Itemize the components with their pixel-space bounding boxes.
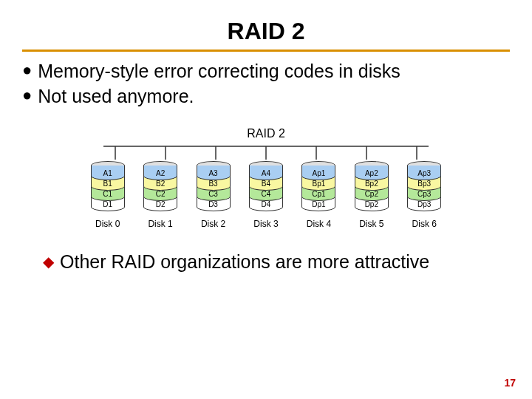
data-block-label: B4 — [262, 180, 270, 188]
data-block-label: D3 — [208, 200, 218, 208]
data-block-label: Ap2 — [365, 169, 378, 177]
data-block-label: D4 — [262, 200, 271, 208]
bullet-text: Not used anymore. — [38, 84, 194, 109]
disk-cylinder-icon: A3B3C3D3 — [197, 161, 231, 211]
data-block-label: A3 — [208, 169, 217, 177]
data-block-label: Bp1 — [312, 180, 325, 188]
bullet-text: Memory-style error correcting codes in d… — [38, 59, 400, 84]
disk-column: Ap2Bp2Cp2Dp2Disk 5 — [349, 161, 394, 229]
bullet-icon: ● — [22, 84, 32, 106]
data-block-label: Cp1 — [312, 190, 325, 198]
data-block-label: C1 — [103, 190, 112, 198]
data-block-label: Dp1 — [312, 200, 325, 208]
data-block: Ap3 — [407, 166, 441, 180]
sub-bullet-text: Other RAID organizations are more attrac… — [60, 251, 429, 273]
data-block-label: Bp3 — [417, 180, 431, 188]
data-block-label: D2 — [156, 200, 166, 208]
data-block-label: Cp3 — [417, 190, 431, 198]
disk-label: Disk 2 — [201, 219, 225, 229]
bullet-icon: ● — [22, 59, 32, 81]
disk-label: Disk 1 — [148, 219, 172, 229]
disk-label: Disk 5 — [359, 219, 383, 229]
disk-column: Ap1Bp1Cp1Dp1Disk 4 — [296, 161, 341, 229]
disk-cylinder-icon: A4B4C4D4 — [249, 161, 283, 211]
data-block-label: Bp2 — [365, 180, 378, 188]
diamond-icon: ◆ — [43, 251, 54, 272]
disk-cylinder-icon: Ap1Bp1Cp1Dp1 — [301, 161, 335, 211]
disk-column: A3B3C3D3Disk 2 — [191, 161, 236, 229]
data-block: A3 — [197, 166, 231, 180]
disk-cylinder-icon: A1B1C1D1 — [91, 161, 125, 211]
disk-column: A2B2C2D2Disk 1 — [138, 161, 183, 229]
data-block-label: C4 — [262, 190, 271, 198]
data-block: A4 — [249, 166, 283, 180]
bullet-list: ● Memory-style error correcting codes in… — [22, 59, 510, 109]
bus-connector-icon — [89, 142, 443, 161]
disk-column: A1B1C1D1Disk 0 — [86, 161, 130, 229]
disk-cylinder-icon: Ap2Bp2Cp2Dp2 — [355, 161, 389, 211]
disk-label: Disk 3 — [253, 219, 278, 229]
sub-bullet-item: ◆ Other RAID organizations are more attr… — [43, 251, 510, 273]
data-block-label: A4 — [262, 169, 270, 177]
data-block: Ap1 — [301, 166, 335, 180]
sub-bullet-list: ◆ Other RAID organizations are more attr… — [22, 251, 510, 273]
slide-title: RAID 2 — [22, 18, 510, 45]
data-block: A2 — [143, 166, 177, 180]
disk-column: A4B4C4D4Disk 3 — [244, 161, 288, 229]
data-block-label: A1 — [103, 169, 112, 177]
diagram-title: RAID 2 — [81, 127, 451, 140]
slide: RAID 2 ● Memory-style error correcting c… — [0, 0, 532, 399]
data-block: Ap2 — [355, 166, 389, 180]
data-block-label: C2 — [156, 190, 166, 198]
disk-cylinder-icon: Ap3Bp3Cp3Dp3 — [407, 161, 441, 211]
data-block-label: C3 — [208, 190, 218, 198]
disk-cylinder-icon: A2B2C2D2 — [143, 161, 177, 211]
data-block-label: Ap1 — [312, 169, 325, 177]
data-block-label: Ap3 — [417, 169, 431, 177]
data-block-label: D1 — [103, 200, 112, 208]
data-block-label: A2 — [156, 169, 165, 177]
disk-label: Disk 6 — [412, 219, 437, 229]
page-number: 17 — [504, 377, 516, 389]
raid-diagram: RAID 2 A1B1C1D1Disk 0A2B2C2D2Disk 1A3B3C… — [22, 127, 510, 229]
data-block-label: B2 — [156, 180, 165, 188]
data-block-label: Cp2 — [365, 190, 378, 198]
bullet-item: ● Not used anymore. — [22, 84, 510, 109]
data-block-label: Dp2 — [365, 200, 378, 208]
disk-label: Disk 0 — [95, 219, 120, 229]
horizontal-rule — [22, 50, 510, 52]
data-block: A1 — [91, 166, 125, 180]
bullet-item: ● Memory-style error correcting codes in… — [22, 59, 510, 84]
data-block-label: B1 — [103, 180, 112, 188]
disk-column: Ap3Bp3Cp3Dp3Disk 6 — [402, 161, 446, 229]
data-block-label: Dp3 — [417, 200, 431, 208]
data-block-label: B3 — [208, 180, 217, 188]
disk-label: Disk 4 — [307, 219, 331, 229]
